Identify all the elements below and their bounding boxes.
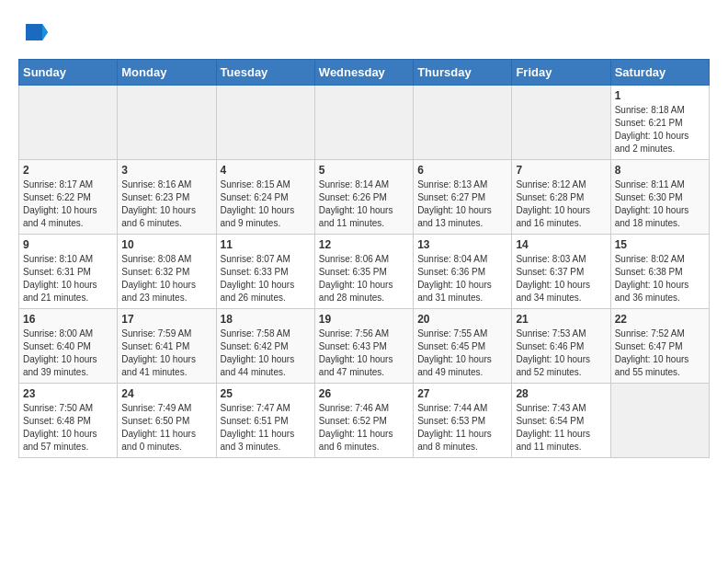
calendar-cell — [314, 86, 413, 160]
calendar-cell: 6Sunrise: 8:13 AM Sunset: 6:27 PM Daylig… — [414, 160, 512, 235]
svg-marker-1 — [42, 24, 48, 40]
calendar-cell: 5Sunrise: 8:14 AM Sunset: 6:26 PM Daylig… — [314, 160, 413, 235]
day-number: 3 — [121, 164, 211, 177]
day-number: 11 — [221, 238, 311, 251]
calendar-cell: 13Sunrise: 8:04 AM Sunset: 6:36 PM Dayli… — [414, 235, 512, 309]
calendar-cell: 3Sunrise: 8:16 AM Sunset: 6:23 PM Daylig… — [118, 160, 216, 235]
calendar-cell: 25Sunrise: 7:47 AM Sunset: 6:51 PM Dayli… — [216, 384, 314, 458]
calendar-cell: 1Sunrise: 8:18 AM Sunset: 6:21 PM Daylig… — [610, 86, 709, 160]
day-header-friday: Friday — [512, 60, 610, 86]
calendar-cell — [216, 86, 314, 160]
calendar-cell: 15Sunrise: 8:02 AM Sunset: 6:38 PM Dayli… — [610, 235, 709, 309]
day-info: Sunrise: 7:44 AM Sunset: 6:53 PM Dayligh… — [417, 402, 507, 454]
day-number: 18 — [221, 313, 311, 326]
calendar-cell: 11Sunrise: 8:07 AM Sunset: 6:33 PM Dayli… — [216, 235, 314, 309]
calendar-cell: 14Sunrise: 8:03 AM Sunset: 6:37 PM Dayli… — [512, 235, 610, 309]
calendar-cell: 9Sunrise: 8:10 AM Sunset: 6:31 PM Daylig… — [19, 235, 118, 309]
calendar-cell: 8Sunrise: 8:11 AM Sunset: 6:30 PM Daylig… — [610, 160, 709, 235]
day-info: Sunrise: 8:18 AM Sunset: 6:21 PM Dayligh… — [615, 104, 705, 155]
day-info: Sunrise: 7:58 AM Sunset: 6:42 PM Dayligh… — [221, 327, 311, 379]
day-number: 21 — [516, 313, 606, 326]
day-info: Sunrise: 7:56 AM Sunset: 6:43 PM Dayligh… — [319, 327, 409, 379]
calendar-cell — [610, 384, 709, 458]
day-info: Sunrise: 7:53 AM Sunset: 6:46 PM Dayligh… — [516, 327, 606, 379]
day-number: 4 — [221, 164, 311, 177]
day-number: 27 — [417, 387, 507, 400]
day-info: Sunrise: 8:07 AM Sunset: 6:33 PM Dayligh… — [221, 253, 311, 304]
calendar-week-1: 2Sunrise: 8:17 AM Sunset: 6:22 PM Daylig… — [19, 160, 710, 235]
calendar-table: SundayMondayTuesdayWednesdayThursdayFrid… — [18, 59, 710, 458]
calendar-cell: 7Sunrise: 8:12 AM Sunset: 6:28 PM Daylig… — [512, 160, 610, 235]
day-number: 25 — [221, 387, 311, 400]
day-number: 14 — [516, 238, 606, 251]
calendar-cell — [414, 86, 512, 160]
day-number: 19 — [319, 313, 409, 326]
calendar-header-row: SundayMondayTuesdayWednesdayThursdayFrid… — [19, 60, 710, 86]
header-area — [18, 18, 710, 50]
day-info: Sunrise: 8:03 AM Sunset: 6:37 PM Dayligh… — [516, 253, 606, 304]
day-number: 17 — [121, 313, 211, 326]
day-number: 16 — [23, 313, 113, 326]
calendar-cell: 24Sunrise: 7:49 AM Sunset: 6:50 PM Dayli… — [118, 384, 216, 458]
calendar-cell: 22Sunrise: 7:52 AM Sunset: 6:47 PM Dayli… — [610, 309, 709, 384]
calendar-cell: 28Sunrise: 7:43 AM Sunset: 6:54 PM Dayli… — [512, 384, 610, 458]
day-info: Sunrise: 8:13 AM Sunset: 6:27 PM Dayligh… — [417, 178, 507, 230]
day-number: 12 — [319, 238, 409, 251]
day-info: Sunrise: 7:43 AM Sunset: 6:54 PM Dayligh… — [516, 402, 606, 454]
calendar-week-3: 16Sunrise: 8:00 AM Sunset: 6:40 PM Dayli… — [19, 309, 710, 384]
calendar-cell: 12Sunrise: 8:06 AM Sunset: 6:35 PM Dayli… — [314, 235, 413, 309]
day-info: Sunrise: 8:12 AM Sunset: 6:28 PM Dayligh… — [516, 178, 606, 230]
calendar-cell: 27Sunrise: 7:44 AM Sunset: 6:53 PM Dayli… — [414, 384, 512, 458]
calendar-cell — [118, 86, 216, 160]
day-info: Sunrise: 8:04 AM Sunset: 6:36 PM Dayligh… — [417, 253, 507, 304]
day-number: 2 — [23, 164, 113, 177]
day-number: 7 — [516, 164, 606, 177]
day-number: 1 — [615, 89, 705, 102]
day-number: 20 — [417, 313, 507, 326]
day-number: 28 — [516, 387, 606, 400]
day-number: 10 — [121, 238, 211, 251]
calendar-cell: 19Sunrise: 7:56 AM Sunset: 6:43 PM Dayli… — [314, 309, 413, 384]
calendar-cell — [19, 86, 118, 160]
calendar-cell: 20Sunrise: 7:55 AM Sunset: 6:45 PM Dayli… — [414, 309, 512, 384]
day-header-thursday: Thursday — [414, 60, 512, 86]
day-number: 24 — [121, 387, 211, 400]
logo — [18, 18, 48, 50]
day-info: Sunrise: 8:02 AM Sunset: 6:38 PM Dayligh… — [615, 253, 705, 304]
day-info: Sunrise: 7:47 AM Sunset: 6:51 PM Dayligh… — [221, 402, 311, 454]
day-info: Sunrise: 7:49 AM Sunset: 6:50 PM Dayligh… — [121, 402, 211, 454]
day-header-sunday: Sunday — [19, 60, 118, 86]
day-info: Sunrise: 8:11 AM Sunset: 6:30 PM Dayligh… — [615, 178, 705, 230]
day-info: Sunrise: 8:10 AM Sunset: 6:31 PM Dayligh… — [23, 253, 113, 304]
day-info: Sunrise: 8:00 AM Sunset: 6:40 PM Dayligh… — [23, 327, 113, 379]
calendar-cell: 23Sunrise: 7:50 AM Sunset: 6:48 PM Dayli… — [19, 384, 118, 458]
day-header-tuesday: Tuesday — [216, 60, 314, 86]
day-number: 23 — [23, 387, 113, 400]
day-info: Sunrise: 8:16 AM Sunset: 6:23 PM Dayligh… — [121, 178, 211, 230]
day-info: Sunrise: 7:59 AM Sunset: 6:41 PM Dayligh… — [121, 327, 211, 379]
day-info: Sunrise: 8:17 AM Sunset: 6:22 PM Dayligh… — [23, 178, 113, 230]
day-info: Sunrise: 8:14 AM Sunset: 6:26 PM Dayligh… — [319, 178, 409, 230]
day-number: 15 — [615, 238, 705, 251]
calendar-week-0: 1Sunrise: 8:18 AM Sunset: 6:21 PM Daylig… — [19, 86, 710, 160]
calendar-cell — [512, 86, 610, 160]
day-info: Sunrise: 8:08 AM Sunset: 6:32 PM Dayligh… — [121, 253, 211, 304]
calendar-cell: 10Sunrise: 8:08 AM Sunset: 6:32 PM Dayli… — [118, 235, 216, 309]
day-header-wednesday: Wednesday — [314, 60, 413, 86]
calendar-cell: 16Sunrise: 8:00 AM Sunset: 6:40 PM Dayli… — [19, 309, 118, 384]
calendar-cell: 2Sunrise: 8:17 AM Sunset: 6:22 PM Daylig… — [19, 160, 118, 235]
day-header-saturday: Saturday — [610, 60, 709, 86]
day-number: 13 — [417, 238, 507, 251]
day-number: 9 — [23, 238, 113, 251]
day-info: Sunrise: 8:06 AM Sunset: 6:35 PM Dayligh… — [319, 253, 409, 304]
calendar-cell: 18Sunrise: 7:58 AM Sunset: 6:42 PM Dayli… — [216, 309, 314, 384]
calendar-cell: 4Sunrise: 8:15 AM Sunset: 6:24 PM Daylig… — [216, 160, 314, 235]
day-number: 6 — [417, 164, 507, 177]
logo-icon — [20, 18, 48, 46]
calendar-cell: 17Sunrise: 7:59 AM Sunset: 6:41 PM Dayli… — [118, 309, 216, 384]
day-number: 5 — [319, 164, 409, 177]
calendar-cell: 26Sunrise: 7:46 AM Sunset: 6:52 PM Dayli… — [314, 384, 413, 458]
day-number: 8 — [615, 164, 705, 177]
day-info: Sunrise: 7:52 AM Sunset: 6:47 PM Dayligh… — [615, 327, 705, 379]
day-info: Sunrise: 8:15 AM Sunset: 6:24 PM Dayligh… — [221, 178, 311, 230]
